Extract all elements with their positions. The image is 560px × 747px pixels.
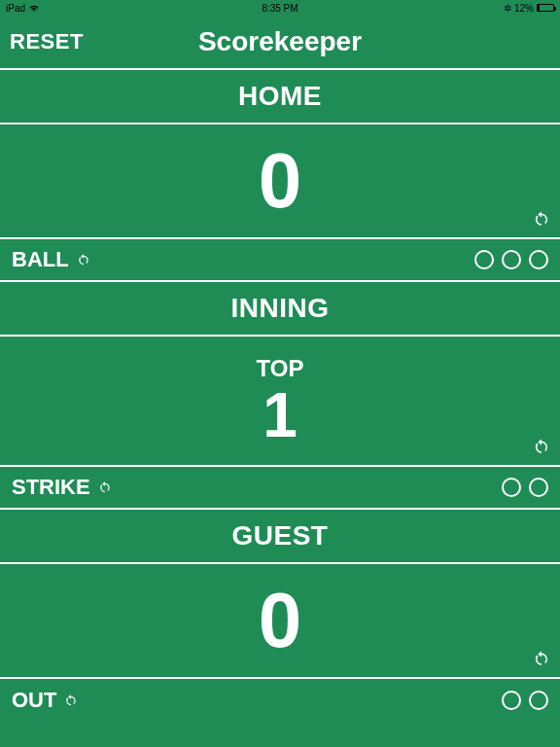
clock: 8:35 PM: [262, 3, 298, 14]
status-bar: iPad 8:35 PM ✲ 12%: [0, 0, 560, 16]
ball-dot: [529, 250, 548, 269]
guest-label: GUEST: [232, 520, 329, 551]
app-title: Scorekeeper: [198, 26, 362, 57]
strike-row[interactable]: STRIKE: [0, 467, 560, 510]
home-label: HOME: [238, 81, 322, 112]
undo-icon: [533, 650, 550, 667]
device-label: iPad: [6, 3, 25, 14]
strike-dots: [502, 478, 548, 497]
battery-pct: 12%: [514, 3, 534, 14]
guest-score: 0: [259, 582, 302, 659]
ball-dots: [474, 250, 548, 269]
undo-icon: [64, 694, 78, 707]
main-content: RESET Scorekeeper HOME 0 BALL INNING TOP…: [0, 16, 560, 747]
inning-row[interactable]: TOP 1: [0, 337, 560, 467]
strike-dot: [502, 478, 521, 497]
out-dots: [502, 691, 548, 710]
undo-icon: [77, 253, 90, 267]
guest-reset-button[interactable]: [533, 650, 550, 671]
ball-dot: [502, 250, 521, 269]
home-label-row: HOME: [0, 70, 560, 124]
out-reset-button[interactable]: [64, 694, 78, 707]
bluetooth-icon: ✲: [504, 3, 511, 14]
header-row: RESET Scorekeeper: [0, 16, 560, 70]
strike-reset-button[interactable]: [98, 480, 112, 494]
out-dot: [502, 691, 521, 710]
strike-dot: [529, 478, 548, 497]
undo-icon: [533, 438, 550, 455]
strike-label: STRIKE: [12, 475, 90, 500]
ball-dot: [474, 250, 494, 269]
ball-reset-button[interactable]: [77, 253, 90, 267]
wifi-icon: [28, 3, 40, 13]
undo-icon: [533, 210, 550, 228]
out-row[interactable]: OUT: [0, 679, 560, 722]
home-reset-button[interactable]: [533, 210, 550, 231]
inning-label-row: INNING: [0, 282, 560, 337]
ball-row[interactable]: BALL: [0, 239, 560, 282]
inning-label: INNING: [231, 293, 330, 324]
inning-half: TOP: [257, 355, 304, 382]
guest-score-row[interactable]: 0: [0, 564, 560, 679]
inning-reset-button[interactable]: [533, 438, 550, 459]
out-label: OUT: [12, 688, 56, 713]
guest-label-row: GUEST: [0, 510, 560, 564]
undo-icon: [98, 480, 112, 494]
ball-label: BALL: [12, 247, 69, 272]
inning-number: 1: [262, 384, 298, 446]
battery-icon: [537, 4, 554, 12]
home-score: 0: [259, 142, 302, 220]
out-dot: [529, 691, 548, 710]
reset-button[interactable]: RESET: [10, 29, 84, 54]
home-score-row[interactable]: 0: [0, 124, 560, 239]
